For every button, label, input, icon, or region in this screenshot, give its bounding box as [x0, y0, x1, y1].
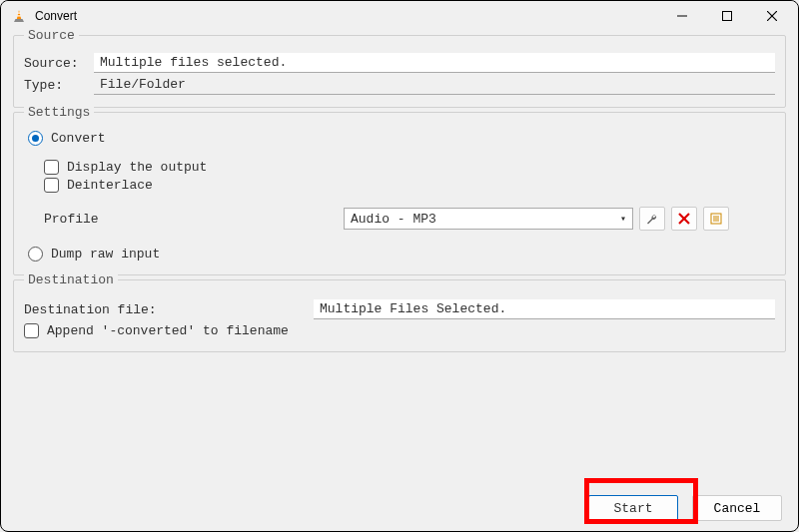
convert-dialog: Convert Source Source: Type: File/Folder [0, 0, 799, 532]
svg-rect-3 [722, 12, 731, 21]
x-icon [678, 213, 690, 225]
close-button[interactable] [749, 1, 794, 31]
source-group-label: Source [24, 28, 79, 43]
append-converted-checkbox[interactable] [24, 323, 39, 338]
titlebar: Convert [1, 1, 798, 31]
destination-group: Destination Destination file: Append '-c… [13, 279, 786, 352]
destination-group-label: Destination [24, 272, 118, 287]
svg-rect-0 [18, 13, 21, 14]
cancel-button[interactable]: Cancel [692, 495, 782, 521]
vlc-icon [11, 8, 27, 24]
profile-label: Profile [44, 212, 344, 227]
convert-radio[interactable] [28, 131, 43, 146]
dump-radio[interactable] [28, 247, 43, 262]
maximize-button[interactable] [704, 1, 749, 31]
new-profile-icon [709, 212, 723, 226]
wrench-icon [645, 212, 659, 226]
append-converted-label: Append '-converted' to filename [47, 323, 289, 338]
display-output-checkbox[interactable] [44, 160, 59, 175]
svg-rect-1 [17, 15, 21, 16]
destination-file-label: Destination file: [24, 302, 314, 317]
content-area: Source Source: Type: File/Folder Setting… [1, 31, 798, 368]
window-controls [659, 1, 794, 31]
settings-group: Settings Convert Display the output Dein… [13, 112, 786, 275]
start-button[interactable]: Start [588, 495, 678, 521]
source-label: Source: [24, 56, 94, 71]
edit-profile-button[interactable] [639, 207, 665, 231]
type-value: File/Folder [94, 75, 775, 95]
convert-radio-label: Convert [51, 131, 106, 146]
delete-profile-button[interactable] [671, 207, 697, 231]
source-group: Source Source: Type: File/Folder [13, 35, 786, 108]
minimize-button[interactable] [659, 1, 704, 31]
window-title: Convert [35, 9, 659, 23]
deinterlace-label: Deinterlace [67, 178, 153, 193]
dialog-footer: Start Cancel [588, 495, 782, 521]
profile-value: Audio - MP3 [351, 212, 436, 227]
source-input[interactable] [94, 53, 775, 73]
settings-group-label: Settings [24, 105, 94, 120]
dump-radio-label: Dump raw input [51, 247, 160, 262]
type-label: Type: [24, 78, 94, 93]
deinterlace-checkbox[interactable] [44, 178, 59, 193]
destination-file-input[interactable] [314, 299, 775, 319]
display-output-label: Display the output [67, 160, 207, 175]
new-profile-button[interactable] [703, 207, 729, 231]
profile-dropdown[interactable]: Audio - MP3 [344, 208, 633, 230]
